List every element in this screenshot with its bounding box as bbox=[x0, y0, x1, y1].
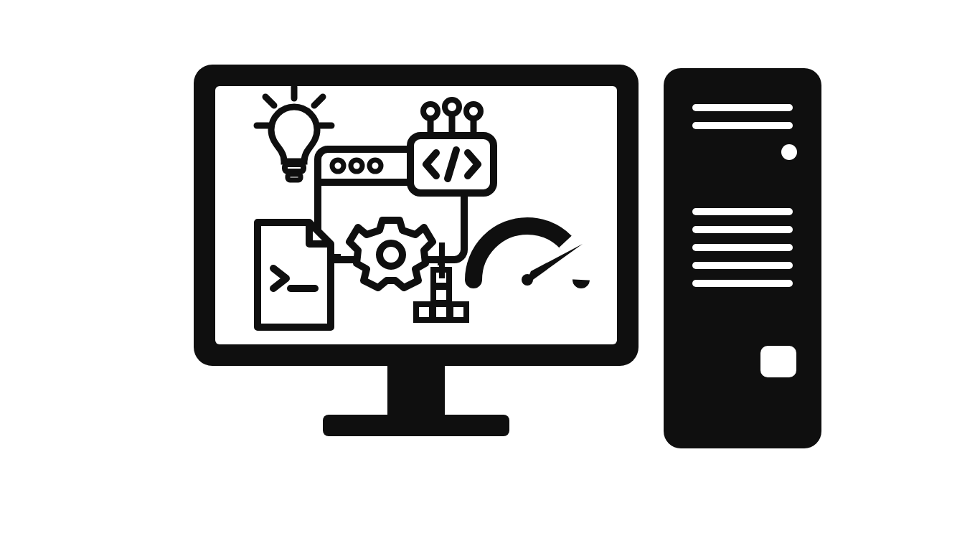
svg-rect-20 bbox=[288, 174, 301, 180]
svg-line-15 bbox=[265, 97, 274, 105]
svg-rect-39 bbox=[433, 287, 449, 303]
svg-rect-9 bbox=[692, 226, 793, 233]
pc-tower-icon bbox=[660, 65, 825, 452]
svg-point-31 bbox=[445, 100, 459, 114]
svg-point-35 bbox=[380, 243, 402, 266]
svg-point-7 bbox=[781, 144, 797, 160]
svg-point-30 bbox=[423, 104, 438, 118]
svg-rect-11 bbox=[692, 262, 793, 269]
svg-line-16 bbox=[314, 97, 323, 105]
computer-illustration bbox=[0, 0, 980, 551]
svg-rect-40 bbox=[416, 304, 432, 320]
svg-point-32 bbox=[466, 104, 481, 118]
svg-rect-42 bbox=[451, 304, 466, 320]
terminal-file-icon bbox=[248, 215, 341, 337]
svg-rect-10 bbox=[692, 244, 793, 251]
svg-rect-6 bbox=[692, 122, 793, 129]
svg-rect-3 bbox=[323, 415, 509, 436]
svg-rect-12 bbox=[692, 280, 793, 287]
svg-rect-8 bbox=[692, 208, 793, 215]
svg-rect-19 bbox=[285, 164, 303, 171]
svg-rect-2 bbox=[387, 366, 445, 416]
svg-rect-5 bbox=[692, 104, 793, 111]
gauge-icon bbox=[459, 201, 595, 294]
svg-rect-41 bbox=[433, 304, 449, 320]
svg-rect-13 bbox=[760, 346, 796, 377]
svg-point-44 bbox=[522, 274, 533, 286]
connector-line-icon bbox=[435, 242, 449, 278]
code-chip-icon bbox=[402, 97, 502, 204]
